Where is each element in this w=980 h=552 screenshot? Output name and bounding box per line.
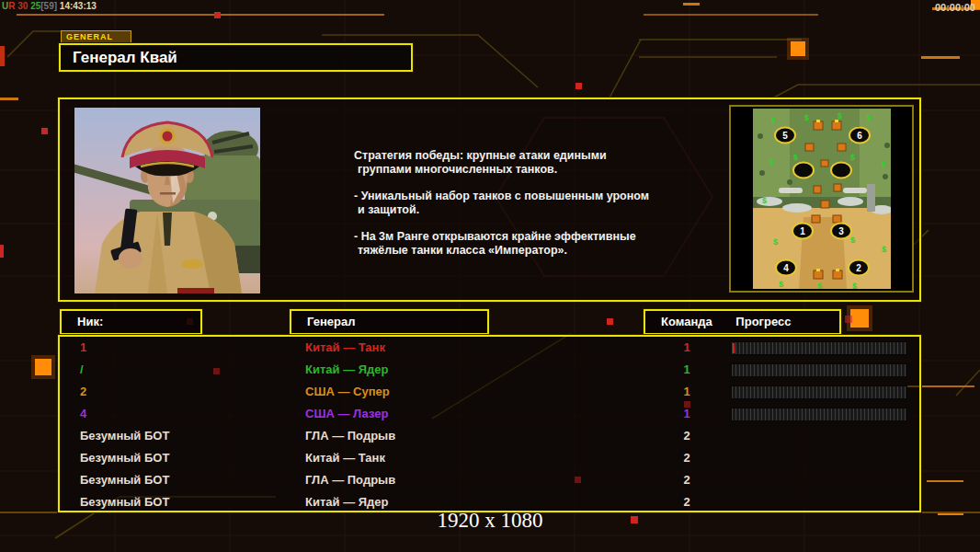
svg-text:$: $ xyxy=(762,196,767,205)
debug-part: 14:43:13 xyxy=(57,1,97,11)
progress-tick xyxy=(733,343,735,353)
player-row: Безумный БОТ Китай — Танк 2 xyxy=(60,447,919,469)
player-team: 2 xyxy=(673,447,701,469)
map-preview-image: $ $ $ $ $ $ $ $ $ $ $ $ $ $ $ xyxy=(753,109,891,289)
player-team: 1 xyxy=(673,359,701,381)
player-nick: 4 xyxy=(80,403,86,425)
players-table: 1 Китай — Танк 1 / Китай — Ядер 1 2 США … xyxy=(58,335,921,512)
player-row: Безумный БОТ ГЛА — Подрыв 2 xyxy=(60,425,919,447)
svg-text:$: $ xyxy=(771,116,776,125)
player-row: 1 Китай — Танк 1 xyxy=(60,337,919,359)
general-info-panel: Стратегия победы: крупные атаки едиными … xyxy=(58,98,921,302)
player-team: 2 xyxy=(673,469,701,491)
player-progress-bar xyxy=(731,385,907,399)
debug-part: [59] xyxy=(40,1,57,11)
svg-text:$: $ xyxy=(838,111,842,121)
svg-text:$: $ xyxy=(882,160,886,169)
debug-part: 30 xyxy=(15,1,28,11)
player-general: США — Лазер xyxy=(305,403,388,425)
player-general: Китай — Танк xyxy=(305,447,385,469)
map-start-position: 6 xyxy=(857,131,862,141)
general-portrait-image xyxy=(74,108,260,293)
column-header-team: Команда xyxy=(661,315,712,328)
map-start-position: 1 xyxy=(800,226,805,236)
column-header-nick: Ник: xyxy=(60,309,202,335)
description-line: группами многочисленных танков. xyxy=(354,163,671,177)
column-header-general: Генерал xyxy=(290,309,489,335)
svg-text:$: $ xyxy=(793,153,798,162)
player-nick: 1 xyxy=(80,337,86,359)
player-progress-bar xyxy=(731,363,907,377)
player-row: 2 США — Супер 1 xyxy=(60,381,919,403)
description-line: тяжёлые танки класса «Император». xyxy=(354,244,671,258)
player-row: Безумный БОТ ГЛА — Подрыв 2 xyxy=(60,469,919,491)
description-line: и защитой. xyxy=(354,203,671,217)
description-line: Стратегия победы: крупные атаки едиными xyxy=(354,149,671,163)
player-progress-bar xyxy=(731,408,907,421)
column-header-progress: Прогресс xyxy=(735,315,791,328)
svg-text:$: $ xyxy=(882,245,886,254)
column-header-team-progress: Команда Прогресс xyxy=(644,309,841,335)
resolution-label: 1920 x 1080 xyxy=(0,509,980,533)
svg-text:$: $ xyxy=(817,282,822,289)
player-nick: Безумный БОТ xyxy=(80,447,169,469)
debug-part: 25 xyxy=(28,1,40,11)
player-team: 2 xyxy=(673,425,701,447)
description-line: - На 3м Ранге открываются крайне эффекти… xyxy=(354,230,671,244)
map-start-position: 4 xyxy=(783,263,789,273)
player-nick: Безумный БОТ xyxy=(80,469,169,491)
player-general: Китай — Танк xyxy=(305,337,385,359)
player-nick: Безумный БОТ xyxy=(80,425,169,447)
description-line: - Уникальный набор танков с повышенным у… xyxy=(354,190,671,203)
svg-text:$: $ xyxy=(773,237,778,247)
player-team: 1 xyxy=(673,337,701,359)
general-tab: GENERAL xyxy=(61,30,131,44)
map-start-position: 5 xyxy=(782,131,788,141)
player-general: США — Супер xyxy=(305,381,390,403)
page-title: Генерал Квай xyxy=(59,43,413,72)
svg-text:$: $ xyxy=(852,282,857,289)
strategy-description: Стратегия победы: крупные атаки едиными … xyxy=(354,149,671,258)
player-team: 1 xyxy=(673,381,701,403)
general-portrait xyxy=(74,108,260,293)
player-general: Китай — Ядер xyxy=(305,359,389,381)
svg-text:$: $ xyxy=(867,113,872,122)
player-nick: / xyxy=(80,359,84,381)
player-row: / Китай — Ядер 1 xyxy=(60,359,919,381)
player-row: 4 США — Лазер 1 xyxy=(60,403,919,425)
debug-readout: UR 30 25[59] 14:43:13 xyxy=(2,1,97,11)
player-general: ГЛА — Подрыв xyxy=(305,469,395,491)
map-start-position: 2 xyxy=(856,263,861,273)
svg-text:$: $ xyxy=(804,113,809,122)
match-timer: 00:00:00 xyxy=(935,2,975,13)
player-team: 1 xyxy=(673,403,701,425)
svg-text:$: $ xyxy=(769,158,774,167)
map-preview: $ $ $ $ $ $ $ $ $ $ $ $ $ $ $ xyxy=(729,105,914,293)
player-nick: 2 xyxy=(80,381,86,403)
svg-text:$: $ xyxy=(779,280,783,289)
svg-text:$: $ xyxy=(850,236,855,245)
player-progress-bar xyxy=(731,341,907,355)
player-general: ГЛА — Подрыв xyxy=(305,425,395,447)
map-start-position: 3 xyxy=(838,226,844,236)
loading-screen: UR 30 25[59] 14:43:13 00:00:00 GENERAL Г… xyxy=(0,0,980,552)
svg-text:$: $ xyxy=(850,153,855,162)
